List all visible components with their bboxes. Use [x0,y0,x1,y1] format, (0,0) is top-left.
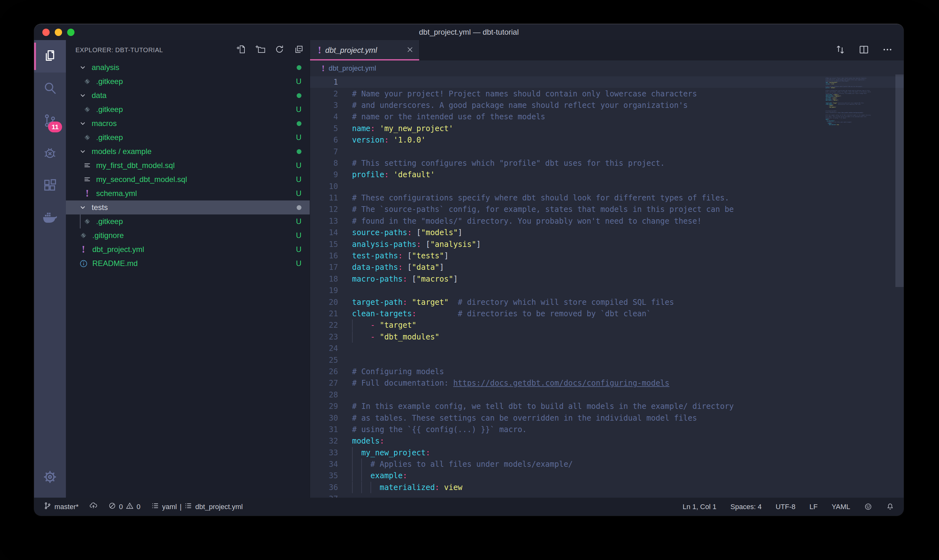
encoding-setting[interactable]: UTF-8 [776,503,796,511]
tree-item-analysis[interactable]: analysis [66,60,310,74]
split-editor-icon[interactable] [859,44,869,56]
activity-source-control[interactable]: 11 [34,105,66,137]
code-line-11[interactable]: 11# These configurations specify where d… [310,192,904,204]
cursor-position[interactable]: Ln 1, Col 1 [682,503,716,511]
tree-item-schema-yml[interactable]: !schema.ymlU [66,186,310,200]
collapse-folders-icon[interactable] [294,45,303,56]
line-number: 8 [310,159,338,168]
code-line-32[interactable]: 32models: [310,435,904,447]
code-line-23[interactable]: 23 - "dbt_modules" [310,331,904,343]
tree-item-my-second-dbt-model-sql[interactable]: my_second_dbt_model.sqlU [66,172,310,186]
code-line-35[interactable]: 35 example: [310,470,904,482]
minimap[interactable]: # Name your project! Project names shoul… [824,76,893,172]
editor-scrollbar[interactable] [895,74,904,287]
git-branch-status[interactable]: master* [44,502,79,512]
code-line-26[interactable]: 26# Configuring models [310,366,904,377]
code-line-15[interactable]: 15analysis-paths: ["analysis"] [310,238,904,250]
code-line-34[interactable]: 34 # Applies to all files under models/e… [310,458,904,470]
code-line-31[interactable]: 31# using the `{{ config(...) }}` macro. [310,424,904,435]
code-line-8[interactable]: 8# This setting configures which "profil… [310,157,904,169]
more-actions-icon[interactable] [882,44,893,56]
code-line-25[interactable]: 25 [310,354,904,366]
git-file-icon [82,77,92,86]
code-line-33[interactable]: 33 my_new_project: [310,447,904,458]
activity-docker[interactable] [34,202,66,235]
code-line-22[interactable]: 22 - "target" [310,320,904,331]
tree-item-data[interactable]: data [66,88,310,103]
new-folder-icon[interactable] [256,45,265,56]
activity-settings[interactable] [34,462,66,494]
code-line-1[interactable]: 1 [310,76,904,88]
open-changes-icon[interactable] [835,44,846,56]
code-line-21[interactable]: 21clean-targets: # directories to be rem… [310,308,904,320]
code-editor[interactable]: 12# Name your project! Project names sho… [310,76,904,498]
tree-item-macros[interactable]: macros [66,117,310,131]
line-content: example: [826,123,832,124]
tree-item-models-example[interactable]: models / example [66,145,310,158]
tree-item-readme-md[interactable]: README.mdU [66,257,310,271]
yaml-schema-selector[interactable]: yaml | dbt_project.yml [151,502,243,512]
code-line-7[interactable]: 7 [310,146,904,157]
code-line-28[interactable]: 28 [310,389,904,401]
zoom-window-button[interactable] [67,29,74,36]
tree-item-dbt-project-yml[interactable]: !dbt_project.ymlU [66,243,310,257]
indentation-setting[interactable]: Spaces: 4 [731,503,762,511]
code-line-2[interactable]: 2# Name your project! Project names shou… [310,88,904,99]
refresh-icon[interactable] [275,45,284,56]
indent-guide [352,447,353,458]
code-line-24[interactable]: 24 [310,343,904,354]
indent-guide [352,470,353,482]
tree-item--gitkeep[interactable]: .gitkeepU [66,131,310,145]
problems-status[interactable]: 0 0 [108,502,141,512]
code-line-16[interactable]: 16test-paths: ["tests"] [310,250,904,262]
publish-changes-button[interactable] [89,502,97,512]
activity-extensions[interactable] [34,170,66,202]
code-line-14[interactable]: 14source-paths: ["models"] [310,227,904,238]
code-line-13[interactable]: 13# found in the "models/" directory. Yo… [310,215,904,227]
line-number: 27 [310,378,338,388]
code-line-27[interactable]: 27# Full documentation: https://docs.get… [310,377,904,389]
code-line-30[interactable]: 30# as tables. These settings can be ove… [310,412,904,423]
tab-dbt-project-yml[interactable]: ! dbt_project.yml [310,40,420,60]
code-line-29[interactable]: 29# In this example config, we tell dbt … [310,401,904,412]
doc-link: https://docs.getdbt.com/docs/configuring… [838,112,863,113]
list-selection-icon [184,502,192,512]
tree-item--gitkeep[interactable]: .gitkeepU [66,74,310,88]
line-content: # In this example config, we tell dbt to… [826,115,871,116]
code-line-20[interactable]: 20target-path: "target" # directory whic… [310,296,904,308]
code-line-36[interactable]: 36 materialized: view [310,482,904,493]
code-line-5[interactable]: 5name: 'my_new_project' [310,123,904,134]
schema-file-label: dbt_project.yml [195,503,243,511]
close-window-button[interactable] [42,29,50,36]
code-line-18[interactable]: 18macro-paths: ["macros"] [310,273,904,285]
tree-item-my-first-dbt-model-sql[interactable]: my_first_dbt_model.sqlU [66,158,310,172]
line-content: # name or the intended use of these mode… [352,112,545,121]
code-line-10[interactable]: 10 [310,181,904,192]
activity-search[interactable] [34,72,66,105]
feedback-smiley-icon[interactable] [864,503,872,511]
tree-item--gitkeep[interactable]: .gitkeepU [66,103,310,117]
code-line-6[interactable]: 6version: '1.0.0' [310,134,904,146]
files-icon [43,48,57,64]
eol-setting[interactable]: LF [810,503,818,511]
line-content: # Applies to all files under models/exam… [352,460,573,469]
code-line-19[interactable]: 19 [310,285,904,296]
code-line-37[interactable]: 37 [310,493,904,498]
code-line-17[interactable]: 17data-paths: ["data"] [310,262,904,273]
code-line-3[interactable]: 3# and underscores. A good package name … [310,100,904,111]
tree-item--gitkeep[interactable]: .gitkeepU [66,214,310,228]
activity-explorer[interactable] [34,40,66,72]
tree-item-tests[interactable]: tests [66,200,310,214]
tree-item--gitignore[interactable]: .gitignoreU [66,228,310,243]
new-file-icon[interactable] [237,45,246,56]
status-bar: master* 0 0 yaml | dbt_project.yml Ln 1,… [34,498,904,516]
close-tab-icon[interactable] [406,46,414,54]
minimize-window-button[interactable] [55,29,62,36]
code-line-12[interactable]: 12# The `source-paths` config, for examp… [310,204,904,215]
language-mode[interactable]: YAML [832,503,850,511]
notifications-bell-icon[interactable] [886,503,894,511]
code-line-9[interactable]: 9profile: 'default' [310,169,904,180]
code-line-4[interactable]: 4# name or the intended use of these mod… [310,111,904,123]
activity-debug[interactable] [34,137,66,170]
breadcrumb[interactable]: ! dbt_project.yml [310,60,904,76]
